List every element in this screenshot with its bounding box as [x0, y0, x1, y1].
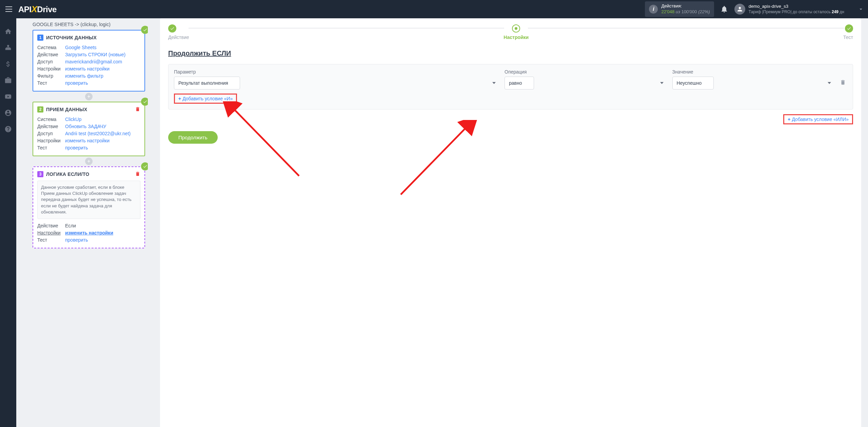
- add-block-button[interactable]: +: [85, 158, 93, 165]
- val-select[interactable]: Неуспешно: [672, 77, 714, 89]
- source-test[interactable]: проверить: [65, 80, 88, 87]
- source-access[interactable]: maverickandrii@gmail.com: [65, 58, 122, 65]
- icon-sidebar: [0, 18, 16, 427]
- step-label: Действие: [168, 35, 189, 40]
- dest-access[interactable]: Andrii test (test20022@ukr.net): [65, 130, 131, 137]
- usage-sep: из: [676, 9, 680, 14]
- trash-icon[interactable]: [135, 106, 140, 112]
- step-done-icon[interactable]: [168, 24, 176, 33]
- stepper: Действие Настройки Тест: [168, 24, 853, 40]
- logo[interactable]: APIXDrive: [18, 4, 57, 15]
- help-icon[interactable]: [4, 125, 12, 133]
- step-done-icon[interactable]: [845, 24, 853, 33]
- logo-drive: Drive: [37, 5, 57, 14]
- info-icon: i: [649, 5, 658, 14]
- logic-block[interactable]: 3ЛОГИКА ЕСЛИ/ТО Данное условие сработает…: [33, 166, 145, 248]
- val-label: Значение: [672, 69, 835, 75]
- briefcase-icon[interactable]: [4, 77, 12, 84]
- home-icon[interactable]: [4, 28, 12, 35]
- dest-system[interactable]: ClickUp: [65, 116, 81, 123]
- dest-settings[interactable]: изменить настройки: [65, 137, 110, 144]
- step-active-icon[interactable]: [512, 24, 520, 33]
- source-filter[interactable]: изменить фильтр: [65, 73, 103, 80]
- block-num: 2: [37, 106, 43, 113]
- step-label: Настройки: [504, 35, 529, 40]
- trash-icon[interactable]: [135, 171, 140, 177]
- logo-api: API: [18, 5, 32, 14]
- trash-icon[interactable]: [840, 79, 846, 85]
- hamburger-icon[interactable]: [4, 4, 14, 14]
- op-select[interactable]: равно: [505, 77, 534, 89]
- dest-action[interactable]: Обновить ЗАДАЧУ: [65, 123, 106, 130]
- usage-total: 100'000: [682, 9, 697, 14]
- usage-label: Действия:: [661, 3, 710, 9]
- editor-panel: Действие Настройки Тест Продолжить ЕСЛИ …: [160, 18, 861, 427]
- check-badge: [141, 26, 148, 34]
- continue-button[interactable]: Продолжить: [168, 131, 218, 144]
- add-block-button[interactable]: +: [85, 93, 93, 100]
- sitemap-icon[interactable]: [4, 44, 12, 52]
- bell-icon[interactable]: [720, 5, 728, 13]
- source-block[interactable]: 1ИСТОЧНИК ДАННЫХ СистемаGoogle Sheets Де…: [33, 30, 145, 92]
- source-system[interactable]: Google Sheets: [65, 44, 97, 51]
- block-title: ЛОГИКА ЕСЛИ/ТО: [46, 171, 89, 177]
- logic-test[interactable]: проверить: [65, 237, 88, 244]
- flow-title: GOOGLE SHEETS -> (clickup, logic): [16, 22, 148, 30]
- check-badge: [141, 98, 148, 106]
- source-settings[interactable]: изменить настройки: [65, 65, 110, 73]
- condition-group: Параметр Результат выполнения Операция р…: [168, 64, 853, 109]
- svg-line-1: [401, 127, 467, 195]
- source-action[interactable]: Загрузить СТРОКИ (новые): [65, 51, 125, 58]
- plus-icon: +: [788, 117, 790, 122]
- logic-settings[interactable]: изменить настройки: [65, 229, 113, 237]
- top-bar: APIXDrive i Действия: 22'048 из 100'000 …: [0, 0, 868, 18]
- section-title: Продолжить ЕСЛИ: [168, 49, 853, 57]
- param-label: Параметр: [174, 69, 500, 75]
- dest-block[interactable]: 2ПРИЕМ ДАННЫХ СистемаClickUp ДействиеОбн…: [33, 102, 145, 156]
- block-num: 3: [37, 171, 43, 177]
- op-label: Операция: [505, 69, 668, 75]
- user-plan: Тариф |Премиум PRO| до оплаты осталось 2…: [749, 9, 844, 15]
- user-icon[interactable]: [4, 109, 12, 117]
- check-badge: [141, 162, 148, 170]
- avatar-icon: [734, 4, 745, 15]
- logic-action: Если: [65, 222, 76, 229]
- user-name: demo_apix-drive_s3: [749, 4, 844, 9]
- chevron-down-icon: [858, 6, 864, 12]
- annotation-arrow: [214, 101, 302, 179]
- usage-box[interactable]: i Действия: 22'048 из 100'000 (22%): [645, 1, 714, 17]
- logo-x: X: [32, 4, 37, 14]
- block-num: 1: [37, 35, 43, 41]
- param-select[interactable]: Результат выполнения: [174, 77, 240, 89]
- usage-used: 22'048: [661, 9, 674, 14]
- block-title: ПРИЕМ ДАННЫХ: [46, 107, 87, 112]
- logic-desc: Данное условие сработает, если в блоке П…: [37, 181, 140, 219]
- block-title: ИСТОЧНИК ДАННЫХ: [46, 35, 97, 40]
- youtube-icon[interactable]: [4, 93, 12, 100]
- user-menu[interactable]: demo_apix-drive_s3 Тариф |Премиум PRO| д…: [734, 4, 864, 15]
- annotation-arrow: [391, 120, 479, 198]
- dollar-icon[interactable]: [4, 60, 12, 68]
- usage-pct: (22%): [698, 9, 710, 14]
- add-and-button[interactable]: +Добавить условие «И»: [174, 94, 237, 104]
- flow-panel: GOOGLE SHEETS -> (clickup, logic) 1ИСТОЧ…: [16, 18, 148, 427]
- plus-icon: +: [178, 96, 181, 101]
- dest-test[interactable]: проверить: [65, 144, 88, 151]
- step-label: Тест: [843, 35, 853, 40]
- add-or-button[interactable]: +Добавить условие «ИЛИ»: [783, 114, 853, 124]
